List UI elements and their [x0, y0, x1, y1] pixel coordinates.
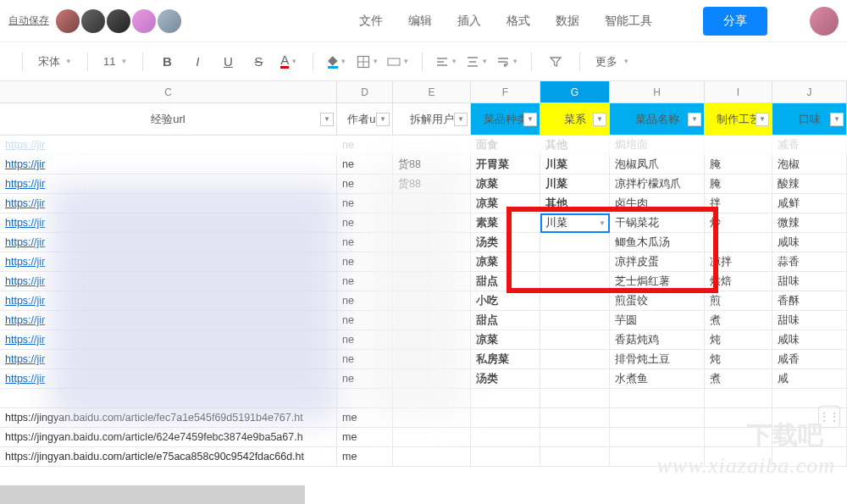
header-user[interactable]: 拆解用户▼	[393, 103, 471, 135]
more-button[interactable]: 更多▼	[592, 53, 633, 71]
cell[interactable]: 芋圆	[610, 311, 705, 330]
cell[interactable]	[393, 428, 471, 446]
wrap-button[interactable]: ▼	[495, 50, 519, 74]
menu-format[interactable]: 格式	[507, 14, 530, 29]
header-taste[interactable]: 口味▼	[772, 103, 847, 135]
cell[interactable]: 汤类	[471, 369, 540, 388]
table-row[interactable]: https://jingyan.baidu.com/article/624e74…	[0, 428, 847, 447]
text-color-button[interactable]: A▼	[277, 50, 301, 74]
strike-button[interactable]: S	[246, 50, 270, 74]
col-header-E[interactable]: E	[393, 81, 471, 102]
cell[interactable]	[540, 369, 610, 388]
menu-smart-tools[interactable]: 智能工具	[605, 14, 652, 29]
filter-icon[interactable]: ▼	[688, 113, 701, 126]
borders-button[interactable]: ▼	[356, 50, 379, 74]
header-cuisine[interactable]: 菜系▼	[540, 103, 610, 135]
cell[interactable]: 排骨炖土豆	[610, 350, 705, 368]
menu-insert[interactable]: 插入	[457, 14, 481, 29]
header-craft[interactable]: 制作工艺▼	[705, 103, 772, 135]
cell[interactable]: 甜味	[772, 311, 847, 330]
cell[interactable]	[772, 447, 847, 466]
cell[interactable]	[705, 447, 772, 466]
filter-icon[interactable]: ▼	[830, 113, 844, 126]
cell[interactable]: me	[337, 428, 393, 446]
cell[interactable]: 凉拌柠檬鸡爪	[610, 174, 705, 193]
cell[interactable]: 煮	[705, 311, 772, 330]
menu-edit[interactable]: 编辑	[408, 14, 432, 29]
cell[interactable]: 咸味	[772, 330, 847, 349]
avatar[interactable]	[158, 9, 181, 33]
cell[interactable]	[471, 408, 540, 427]
cell[interactable]	[540, 408, 610, 427]
cell[interactable]: 蒜香	[772, 252, 847, 271]
avatar[interactable]	[56, 9, 80, 33]
col-header-G[interactable]: G	[540, 81, 610, 102]
merge-button[interactable]: ▼	[386, 50, 410, 74]
col-header-H[interactable]: H	[610, 81, 705, 102]
header-dish-type[interactable]: 菜品种类▼	[471, 103, 540, 135]
cell[interactable]: https://jingyan.baidu.com/article/624e74…	[0, 428, 337, 446]
cell[interactable]: 咸	[772, 369, 847, 388]
cell[interactable]	[540, 291, 610, 310]
cell[interactable]: 咸鲜	[772, 194, 847, 213]
italic-button[interactable]: I	[185, 50, 209, 74]
cell[interactable]: 私房菜	[471, 350, 540, 368]
filter-icon[interactable]: ▼	[376, 113, 390, 126]
cell[interactable]: 炖	[705, 350, 772, 368]
cell[interactable]	[705, 389, 772, 407]
cell[interactable]	[540, 389, 610, 407]
cell[interactable]	[705, 428, 772, 446]
filter-icon[interactable]: ▼	[523, 113, 537, 126]
table-row[interactable]: https://jingyan.baidu.com/article/e75aca…	[0, 447, 847, 467]
filter-button[interactable]	[544, 50, 567, 74]
cell[interactable]: https://jingyan.baidu.com/article/e75aca…	[0, 447, 337, 466]
cell[interactable]: 咸味	[772, 233, 847, 252]
help-icon[interactable]: ⋮⋮	[818, 406, 840, 428]
avatar[interactable]	[107, 9, 130, 33]
cell[interactable]: 煎	[705, 291, 772, 310]
col-header-J[interactable]: J	[772, 81, 847, 102]
cell[interactable]	[772, 428, 847, 446]
menu-data[interactable]: 数据	[556, 14, 579, 29]
cell[interactable]	[393, 447, 471, 466]
autosave-link[interactable]: 自动保存	[8, 14, 49, 28]
cell[interactable]: 腌	[705, 174, 772, 193]
cell[interactable]: 甜点	[471, 311, 540, 330]
filter-icon[interactable]: ▼	[320, 113, 334, 126]
header-dish-name[interactable]: 菜品名称▼	[610, 103, 705, 135]
cell[interactable]: 小吃	[471, 291, 540, 310]
cell[interactable]	[610, 408, 705, 427]
cell[interactable]: 水煮鱼	[610, 369, 705, 388]
avatar[interactable]	[132, 9, 156, 33]
filter-icon[interactable]: ▼	[756, 113, 769, 126]
cell[interactable]	[540, 311, 610, 330]
avatar[interactable]	[81, 9, 105, 33]
cell[interactable]	[540, 447, 610, 466]
cell[interactable]	[610, 428, 705, 446]
underline-button[interactable]: U	[216, 50, 240, 74]
cell[interactable]: 泡椒	[772, 155, 847, 174]
cell[interactable]	[705, 408, 772, 427]
header-url[interactable]: 经验url▼	[0, 103, 337, 135]
col-header-F[interactable]: F	[471, 81, 540, 102]
h-align-button[interactable]: ▼	[435, 50, 458, 74]
filter-icon[interactable]: ▼	[593, 113, 606, 126]
cell[interactable]	[471, 428, 540, 446]
cell[interactable]: 腌	[705, 155, 772, 174]
v-align-button[interactable]: ▼	[465, 50, 489, 74]
cell[interactable]: 香酥	[772, 291, 847, 310]
user-avatar[interactable]	[810, 7, 839, 36]
cell[interactable]: me	[337, 447, 393, 466]
cell[interactable]	[540, 330, 610, 349]
cell[interactable]: 开胃菜	[471, 155, 540, 174]
cell[interactable]: 煎蛋饺	[610, 291, 705, 310]
cell[interactable]: 甜味	[772, 272, 847, 291]
cell[interactable]: 酸辣	[772, 174, 847, 193]
cell[interactable]	[540, 350, 610, 368]
cell[interactable]	[610, 447, 705, 466]
bold-button[interactable]: B	[155, 50, 179, 74]
cell[interactable]	[772, 389, 847, 407]
fill-color-button[interactable]: ◆▼	[325, 50, 349, 74]
cell[interactable]	[471, 447, 540, 466]
cell[interactable]	[540, 428, 610, 446]
